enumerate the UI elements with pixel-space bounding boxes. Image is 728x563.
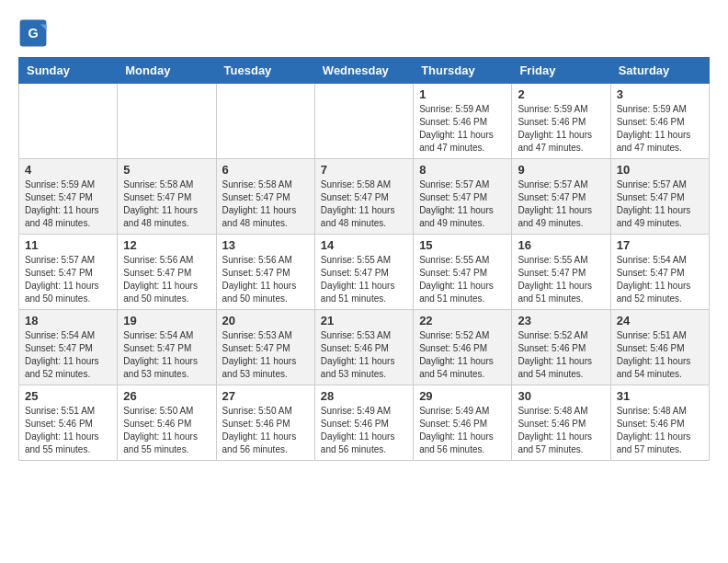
weekday-tuesday: Tuesday xyxy=(216,58,314,84)
calendar-cell: 13Sunrise: 5:56 AM Sunset: 5:47 PM Dayli… xyxy=(216,235,314,310)
day-info: Sunrise: 5:57 AM Sunset: 5:47 PM Dayligh… xyxy=(518,178,604,230)
page-header: G xyxy=(18,18,710,48)
day-info: Sunrise: 5:57 AM Sunset: 5:47 PM Dayligh… xyxy=(419,178,506,230)
calendar-cell: 21Sunrise: 5:53 AM Sunset: 5:46 PM Dayli… xyxy=(314,310,413,385)
calendar-cell: 24Sunrise: 5:51 AM Sunset: 5:46 PM Dayli… xyxy=(610,310,709,385)
day-number: 5 xyxy=(123,163,210,177)
day-info: Sunrise: 5:50 AM Sunset: 5:46 PM Dayligh… xyxy=(123,405,210,456)
calendar-cell: 2Sunrise: 5:59 AM Sunset: 5:46 PM Daylig… xyxy=(512,84,610,159)
day-number: 20 xyxy=(222,314,309,327)
calendar-table: SundayMondayTuesdayWednesdayThursdayFrid… xyxy=(18,57,710,461)
day-info: Sunrise: 5:51 AM Sunset: 5:46 PM Dayligh… xyxy=(617,329,703,381)
calendar-cell: 23Sunrise: 5:52 AM Sunset: 5:46 PM Dayli… xyxy=(512,310,610,385)
calendar-cell: 8Sunrise: 5:57 AM Sunset: 5:47 PM Daylig… xyxy=(414,159,512,235)
calendar-cell: 10Sunrise: 5:57 AM Sunset: 5:47 PM Dayli… xyxy=(610,159,709,235)
day-number: 12 xyxy=(123,238,210,252)
logo: G xyxy=(18,18,51,48)
calendar-cell: 25Sunrise: 5:51 AM Sunset: 5:46 PM Dayli… xyxy=(19,385,118,461)
weekday-saturday: Saturday xyxy=(610,58,709,84)
day-number: 6 xyxy=(222,163,309,177)
day-info: Sunrise: 5:49 AM Sunset: 5:46 PM Dayligh… xyxy=(321,405,407,456)
svg-text:G: G xyxy=(28,26,38,40)
day-number: 9 xyxy=(518,163,604,177)
day-info: Sunrise: 5:54 AM Sunset: 5:47 PM Dayligh… xyxy=(123,329,210,381)
calendar-cell: 31Sunrise: 5:48 AM Sunset: 5:46 PM Dayli… xyxy=(610,385,709,461)
day-number: 31 xyxy=(617,389,703,403)
day-info: Sunrise: 5:55 AM Sunset: 5:47 PM Dayligh… xyxy=(518,254,604,305)
day-info: Sunrise: 5:52 AM Sunset: 5:46 PM Dayligh… xyxy=(419,329,506,381)
calendar-cell: 20Sunrise: 5:53 AM Sunset: 5:47 PM Dayli… xyxy=(216,310,314,385)
calendar-cell: 12Sunrise: 5:56 AM Sunset: 5:47 PM Dayli… xyxy=(118,235,216,310)
weekday-wednesday: Wednesday xyxy=(314,58,413,84)
logo-icon: G xyxy=(18,18,48,48)
day-info: Sunrise: 5:56 AM Sunset: 5:47 PM Dayligh… xyxy=(123,254,210,305)
day-info: Sunrise: 5:57 AM Sunset: 5:47 PM Dayligh… xyxy=(617,178,703,230)
calendar-week-4: 18Sunrise: 5:54 AM Sunset: 5:47 PM Dayli… xyxy=(19,310,710,385)
calendar-week-5: 25Sunrise: 5:51 AM Sunset: 5:46 PM Dayli… xyxy=(19,385,710,461)
calendar-cell xyxy=(216,84,314,159)
day-number: 2 xyxy=(518,87,604,101)
calendar-cell: 30Sunrise: 5:48 AM Sunset: 5:46 PM Dayli… xyxy=(512,385,610,461)
day-info: Sunrise: 5:59 AM Sunset: 5:47 PM Dayligh… xyxy=(25,178,111,230)
day-number: 24 xyxy=(617,314,703,327)
calendar-cell: 14Sunrise: 5:55 AM Sunset: 5:47 PM Dayli… xyxy=(314,235,413,310)
calendar-cell xyxy=(314,84,413,159)
day-info: Sunrise: 5:58 AM Sunset: 5:47 PM Dayligh… xyxy=(222,178,309,230)
day-info: Sunrise: 5:53 AM Sunset: 5:47 PM Dayligh… xyxy=(222,329,309,381)
day-number: 27 xyxy=(222,389,309,403)
day-info: Sunrise: 5:51 AM Sunset: 5:46 PM Dayligh… xyxy=(25,405,111,456)
day-info: Sunrise: 5:50 AM Sunset: 5:46 PM Dayligh… xyxy=(222,405,309,456)
day-info: Sunrise: 5:48 AM Sunset: 5:46 PM Dayligh… xyxy=(518,405,604,456)
calendar-cell xyxy=(19,84,118,159)
day-info: Sunrise: 5:55 AM Sunset: 5:47 PM Dayligh… xyxy=(419,254,506,305)
weekday-thursday: Thursday xyxy=(414,58,512,84)
day-number: 21 xyxy=(321,314,407,327)
day-number: 16 xyxy=(518,238,604,252)
day-number: 26 xyxy=(123,389,210,403)
day-info: Sunrise: 5:59 AM Sunset: 5:46 PM Dayligh… xyxy=(419,103,506,155)
day-info: Sunrise: 5:56 AM Sunset: 5:47 PM Dayligh… xyxy=(222,254,309,305)
calendar-cell: 11Sunrise: 5:57 AM Sunset: 5:47 PM Dayli… xyxy=(19,235,118,310)
day-number: 8 xyxy=(419,163,506,177)
day-number: 25 xyxy=(25,389,111,403)
day-number: 22 xyxy=(419,314,506,327)
day-number: 15 xyxy=(419,238,506,252)
day-info: Sunrise: 5:52 AM Sunset: 5:46 PM Dayligh… xyxy=(518,329,604,381)
day-number: 14 xyxy=(321,238,407,252)
day-info: Sunrise: 5:49 AM Sunset: 5:46 PM Dayligh… xyxy=(419,405,506,456)
day-number: 28 xyxy=(321,389,407,403)
weekday-friday: Friday xyxy=(512,58,610,84)
day-info: Sunrise: 5:59 AM Sunset: 5:46 PM Dayligh… xyxy=(617,103,703,155)
day-number: 4 xyxy=(25,163,111,177)
day-number: 1 xyxy=(419,87,506,101)
day-number: 10 xyxy=(617,163,703,177)
calendar-cell: 6Sunrise: 5:58 AM Sunset: 5:47 PM Daylig… xyxy=(216,159,314,235)
calendar-week-3: 11Sunrise: 5:57 AM Sunset: 5:47 PM Dayli… xyxy=(19,235,710,310)
day-info: Sunrise: 5:58 AM Sunset: 5:47 PM Dayligh… xyxy=(123,178,210,230)
day-number: 11 xyxy=(25,238,111,252)
calendar-cell: 7Sunrise: 5:58 AM Sunset: 5:47 PM Daylig… xyxy=(314,159,413,235)
day-number: 23 xyxy=(518,314,604,327)
calendar-cell: 18Sunrise: 5:54 AM Sunset: 5:47 PM Dayli… xyxy=(19,310,118,385)
day-info: Sunrise: 5:55 AM Sunset: 5:47 PM Dayligh… xyxy=(321,254,407,305)
calendar-cell: 29Sunrise: 5:49 AM Sunset: 5:46 PM Dayli… xyxy=(414,385,512,461)
day-number: 19 xyxy=(123,314,210,327)
day-number: 7 xyxy=(321,163,407,177)
day-number: 29 xyxy=(419,389,506,403)
calendar-cell: 4Sunrise: 5:59 AM Sunset: 5:47 PM Daylig… xyxy=(19,159,118,235)
weekday-header-row: SundayMondayTuesdayWednesdayThursdayFrid… xyxy=(19,58,710,84)
calendar-cell: 19Sunrise: 5:54 AM Sunset: 5:47 PM Dayli… xyxy=(118,310,216,385)
day-number: 30 xyxy=(518,389,604,403)
calendar-week-2: 4Sunrise: 5:59 AM Sunset: 5:47 PM Daylig… xyxy=(19,159,710,235)
calendar-cell: 17Sunrise: 5:54 AM Sunset: 5:47 PM Dayli… xyxy=(610,235,709,310)
day-number: 18 xyxy=(25,314,111,327)
day-info: Sunrise: 5:53 AM Sunset: 5:46 PM Dayligh… xyxy=(321,329,407,381)
calendar-cell: 9Sunrise: 5:57 AM Sunset: 5:47 PM Daylig… xyxy=(512,159,610,235)
weekday-sunday: Sunday xyxy=(19,58,118,84)
calendar-cell: 3Sunrise: 5:59 AM Sunset: 5:46 PM Daylig… xyxy=(610,84,709,159)
calendar-cell: 1Sunrise: 5:59 AM Sunset: 5:46 PM Daylig… xyxy=(414,84,512,159)
calendar-body: 1Sunrise: 5:59 AM Sunset: 5:46 PM Daylig… xyxy=(19,84,710,461)
day-info: Sunrise: 5:57 AM Sunset: 5:47 PM Dayligh… xyxy=(25,254,111,305)
day-number: 13 xyxy=(222,238,309,252)
calendar-cell: 27Sunrise: 5:50 AM Sunset: 5:46 PM Dayli… xyxy=(216,385,314,461)
